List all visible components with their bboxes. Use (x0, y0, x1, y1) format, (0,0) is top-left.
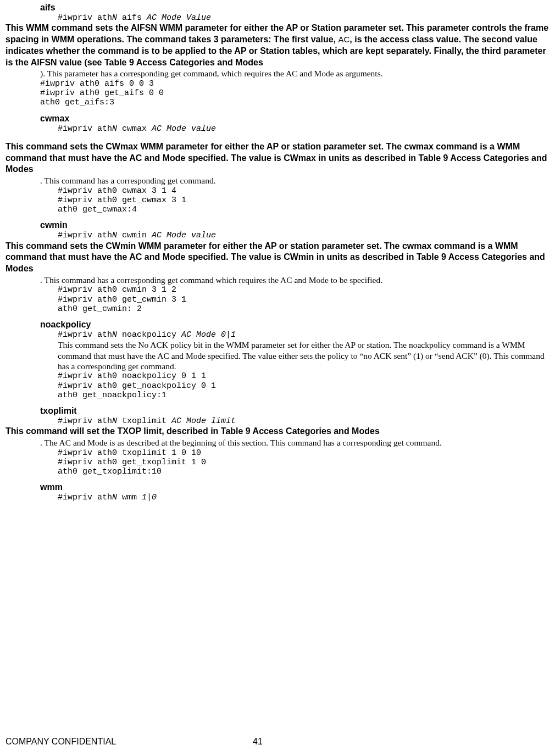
cmd-noack-example: #iwpriv ath0 noackpolicy 0 1 1 #iwpriv a… (58, 371, 550, 400)
cmd-cwmin-post: . This command has a corresponding get c… (40, 275, 550, 285)
syntax-text: wmm (117, 493, 142, 502)
cmd-noack-syntax: #iwpriv athN noackpolicy AC Mode 0|1 (58, 330, 550, 340)
syntax-n: N (112, 231, 117, 240)
cmd-wmm-syntax: #iwpriv athN wmm 1|0 (58, 493, 550, 502)
cmd-cwmax-desc: This command sets the CWmax WMM paramete… (5, 141, 550, 175)
syntax-text: #iwpriv ath (58, 416, 112, 426)
cmd-aifs-desc: This WMM command sets the AIFSN WMM para… (5, 23, 550, 68)
desc-ac: AC (338, 35, 349, 44)
syntax-args: 1|0 (142, 493, 157, 502)
cmd-aifs-post: ). This parameter has a corresponding ge… (40, 68, 550, 79)
syntax-text: #iwpriv ath (58, 330, 112, 340)
cmd-cwmax-post: . This command has a corresponding get c… (40, 175, 550, 186)
syntax-n: N (112, 13, 117, 23)
syntax-n: N (112, 493, 117, 502)
spacer (5, 134, 550, 141)
syntax-args: AC Mode value (152, 231, 216, 240)
syntax-text: #iwpriv ath (58, 13, 112, 23)
cmd-aifs-example: #iwpriv ath0 aifs 0 0 3 #iwpriv ath0 get… (40, 79, 550, 108)
cmd-txop-post: . The AC and Mode is as described at the… (40, 437, 550, 448)
syntax-text: #iwpriv ath (58, 493, 112, 502)
syntax-n: N (112, 124, 117, 134)
cmd-cwmin-desc: This command sets the CWmin WMM paramete… (5, 241, 550, 275)
syntax-text: aifs (117, 13, 147, 23)
cmd-txop-syntax: #iwpriv athN txoplimit AC Mode limit (58, 416, 550, 426)
syntax-text: #iwpriv ath (58, 124, 112, 134)
cmd-noack-desc: This command sets the No ACK policy bit … (58, 340, 550, 371)
syntax-args: AC Mode Value (147, 13, 211, 23)
syntax-text: noackpolicy (117, 330, 181, 340)
syntax-text: #iwpriv ath (58, 231, 112, 240)
cmd-cwmax-example: #iwpriv ath0 cwmax 3 1 4 #iwpriv ath0 ge… (58, 186, 550, 215)
syntax-text: cwmax (117, 124, 152, 134)
cmd-txop-example: #iwpriv ath0 txoplimit 1 0 10 #iwpriv at… (58, 448, 550, 477)
cmd-noack-name: noackpolicy (40, 319, 550, 330)
cmd-cwmin-syntax: #iwpriv athN cwmin AC Mode value (58, 231, 550, 240)
cmd-aifs-name: aifs (40, 2, 550, 13)
syntax-n: N (112, 330, 117, 340)
syntax-text: cwmin (117, 231, 152, 240)
cmd-cwmin-example: #iwpriv ath0 cwmin 3 1 2 #iwpriv ath0 ge… (58, 285, 550, 314)
syntax-n: N (112, 416, 117, 426)
cmd-txop-desc: This command will set the TXOP limit, de… (5, 426, 550, 437)
syntax-args: AC Mode limit (171, 416, 236, 426)
cmd-cwmax-syntax: #iwpriv athN cwmax AC Mode value (58, 124, 550, 134)
cmd-wmm-name: wmm (40, 482, 550, 493)
syntax-args: AC Mode value (152, 124, 216, 134)
cmd-txop-name: txoplimit (40, 405, 550, 416)
cmd-cwmin-name: cwmin (40, 220, 550, 231)
cmd-cwmax-name: cwmax (40, 113, 550, 124)
syntax-args: AC Mode 0|1 (181, 330, 236, 340)
syntax-text: txoplimit (117, 416, 171, 426)
cmd-aifs-syntax: #iwpriv athN aifs AC Mode Value (58, 13, 550, 23)
